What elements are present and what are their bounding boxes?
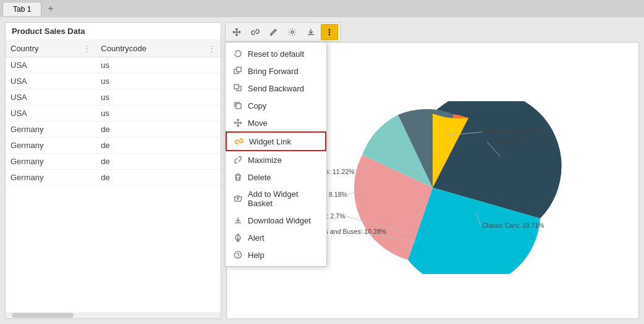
cell-country: Germany [6,138,96,154]
svg-point-1 [329,29,331,31]
toolbar [225,22,341,42]
cell-country: Germany [6,170,96,186]
menu-widget-link-label: Widget Link [249,137,291,146]
menu-send-backward-label: Send Backward [248,84,304,93]
svg-rect-8 [236,104,241,109]
col-country: Country ⋮ [6,40,96,57]
menu-help[interactable]: Help [226,246,326,264]
add-tab-button[interactable]: + [44,3,57,14]
menu-alert-label: Alert [248,233,265,243]
svg-point-9 [235,252,242,259]
menu-add-to-widget-basket-label: Add to Widget Basket [248,189,319,208]
widget-link-icon [234,136,244,146]
col-country-menu-icon[interactable]: ⋮ [83,44,91,53]
table-row: USA us [6,106,221,122]
cell-country: USA [6,57,96,73]
cell-code: us [96,57,221,73]
menu-add-to-widget-basket[interactable]: Add to Widget Basket [226,186,326,212]
context-menu: Reset to default Bring Forward [225,42,327,267]
pie-chart: Vintage Cars: 21.92% Motorcycles: 11.99%… [303,101,562,274]
settings-toolbar-button[interactable] [284,24,301,40]
menu-move-label: Move [248,118,268,128]
table-row: Germany de [6,170,221,186]
menu-send-backward[interactable]: Send Backward [226,80,326,97]
table-row: USA us [6,73,221,89]
cell-code: us [96,73,221,89]
more-toolbar-button[interactable] [321,24,338,40]
scrollbar-thumb [12,313,74,318]
cell-code: de [96,154,221,170]
cell-code: us [96,89,221,106]
tab-1[interactable]: Tab 1 [2,2,41,16]
cell-country: USA [6,106,96,122]
menu-help-label: Help [248,251,265,260]
menu-alert[interactable]: Alert [226,229,326,246]
menu-copy-label: Copy [248,101,266,110]
move-toolbar-button[interactable] [228,24,245,40]
copy-icon [233,101,243,110]
table-widget-title: Product Sales Data [6,23,221,40]
label-classic-cars: Classic Cars: 33.71% [482,222,544,229]
cell-country: USA [6,73,96,89]
menu-copy[interactable]: Copy [226,97,326,114]
menu-widget-link[interactable]: Widget Link [226,131,326,151]
cell-code: de [96,122,221,138]
menu-maximize-label: Maximize [248,156,282,165]
col-countrycode: Countrycode ⋮ [96,40,221,57]
menu-download-widget-label: Download Widget [248,216,311,225]
menu-move[interactable]: Move [226,114,326,131]
link-toolbar-button[interactable] [247,24,264,40]
table-row: Germany de [6,138,221,154]
menu-reset-label: Reset to default [248,49,304,59]
table-row: Germany de [6,154,221,170]
help-icon [233,250,243,260]
download-toolbar-button[interactable] [302,24,320,40]
main-area: Product Sales Data Country ⋮ Country [0,17,644,324]
delete-icon [233,172,243,182]
svg-rect-5 [237,67,241,72]
table-row: USA us [6,89,221,106]
menu-reset-to-default[interactable]: Reset to default [226,45,326,62]
menu-bring-forward[interactable]: Bring Forward [226,62,326,80]
reset-icon [233,49,243,59]
horizontal-scrollbar[interactable] [6,312,221,318]
cell-country: USA [6,89,96,106]
menu-delete[interactable]: Delete [226,168,326,186]
tab-bar: Tab 1 + [0,0,644,17]
svg-point-3 [329,34,331,36]
cell-code: de [96,138,221,154]
basket-icon [233,194,243,204]
edit-toolbar-button[interactable] [265,24,282,40]
move-menu-icon [233,118,243,128]
alert-icon [233,233,243,243]
cell-code: us [96,106,221,122]
label-vintage-cars: Vintage Cars: 21.92% [491,137,554,144]
svg-point-0 [291,31,294,33]
data-table: Country ⋮ Countrycode ⋮ [6,40,221,186]
menu-maximize[interactable]: Maximize [226,151,326,168]
menu-delete-label: Delete [248,173,271,182]
table-row: USA us [6,57,221,73]
maximize-icon [233,155,243,165]
cell-country: Germany [6,154,96,170]
menu-bring-forward-label: Bring Forward [248,67,299,76]
col-countrycode-menu-icon[interactable]: ⋮ [208,44,216,53]
cell-code: de [96,170,221,186]
table-widget: Product Sales Data Country ⋮ Country [5,22,221,319]
label-motorcycles: Motorcycles: 11.99% [485,127,545,135]
cell-country: Germany [6,122,96,138]
download-menu-icon [233,215,243,225]
table-row: Germany de [6,122,221,138]
send-backward-icon [233,83,243,93]
menu-download-widget[interactable]: Download Widget [226,212,326,229]
svg-rect-7 [234,85,239,89]
table-container[interactable]: Country ⋮ Countrycode ⋮ [6,40,221,312]
bring-forward-icon [233,66,243,76]
svg-point-2 [329,31,331,33]
